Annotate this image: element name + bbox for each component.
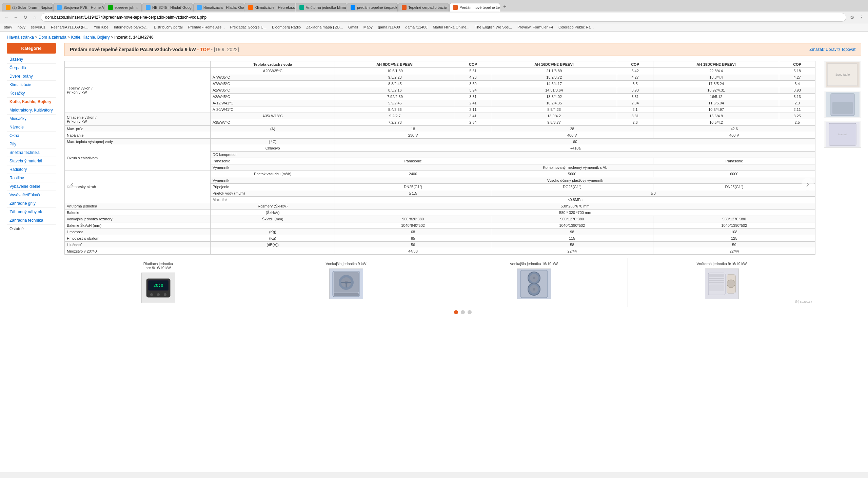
dot-1[interactable] [454, 310, 458, 314]
control-unit-image[interactable]: 20:0 [141, 273, 175, 303]
bookmark-gama2[interactable]: gama r11400 [404, 24, 429, 30]
table-cell: Rozmery (ŠxHxV) [211, 203, 335, 210]
table-cell: Vnútorná jednotka [65, 203, 211, 210]
tab-9[interactable]: Tepelné cerpadlo bazár - Dom... × [398, 3, 449, 12]
svg-point-23 [533, 288, 535, 291]
back-button[interactable]: ← [3, 14, 10, 21]
table-cell: A-20/W41°C [211, 106, 335, 113]
table-cell: Balenie [65, 210, 211, 216]
carousel-next[interactable]: › [802, 178, 814, 190]
sidebar-item-malotraktory[interactable]: Malotraktory, Kultivátory [7, 106, 56, 115]
tab-2[interactable]: Strojovna FVE - Home Assistan... × [53, 3, 104, 12]
indoor-image[interactable] [705, 268, 739, 299]
sidebar-item-kotle[interactable]: Kotle, Kachle, Bojlery [7, 98, 56, 106]
breadcrumb-home[interactable]: Hlavná stránka [7, 35, 34, 40]
tab-6[interactable]: Klimatizácie - Heureka.sk × [244, 3, 295, 12]
sidebar-item-dvere[interactable]: Dvere, brány [7, 72, 56, 81]
outdoor-16-image[interactable] [517, 268, 551, 299]
bookmark-bloomberg[interactable]: Bloomberg Radio [271, 24, 302, 30]
table-row: Kúrenársky okruh Prietok vzduchu (m³/h) … [65, 171, 815, 177]
breadcrumb-current: Inzerát č. 141942740 [114, 35, 153, 40]
table-cell: 2.34 [617, 100, 653, 106]
bookmark-english[interactable]: The English We Spe... [474, 24, 513, 30]
breadcrumb-dom[interactable]: Dom a záhrada [39, 35, 66, 40]
bookmark-prekladac[interactable]: Prekladač Google U... [229, 24, 268, 30]
tab-1[interactable]: (2) Solar fórum - Napísať odp... × [2, 3, 53, 12]
thumb-3[interactable]: Manual [824, 121, 861, 148]
bookmark-mapa[interactable]: Základná mapa | ZB... [305, 24, 344, 30]
home-button[interactable]: ⌂ [31, 14, 39, 21]
table-cell: 22/44 [653, 248, 815, 255]
menu-button[interactable]: ⋮ [858, 14, 865, 21]
tab-favicon-2 [57, 5, 62, 10]
sidebar-item-kosacky[interactable]: Kosačky [7, 89, 56, 98]
reload-button[interactable]: ↻ [22, 14, 29, 21]
bookmark-server01[interactable]: server01 [29, 24, 47, 30]
thumb-2[interactable] [824, 91, 861, 118]
tab-close-3[interactable]: × [136, 6, 138, 9]
bookmark-prehled[interactable]: Prehľad - Home Ass... [187, 24, 226, 30]
extensions-button[interactable]: ⚙ [848, 14, 856, 21]
table-cell: 5.42 [617, 68, 653, 74]
tab-8[interactable]: predám tepelné čerpadlo - Hi... × [347, 3, 398, 12]
tab-4[interactable]: NE-8245 - Hladať Googlom × [142, 3, 193, 12]
svg-point-4 [150, 293, 153, 296]
sidebar-item-vysavace[interactable]: Vysávače/Fúkače [7, 191, 56, 199]
table-cell: 1040*1390*502 [491, 222, 653, 229]
dot-3[interactable] [468, 310, 472, 314]
table-row: Vonkajšia jednotka rozmery ŠxVxH (mm) 96… [65, 216, 815, 222]
tab-5[interactable]: klimatizácia - Hladať Googlom × [193, 3, 244, 12]
new-tab-button[interactable]: + [500, 2, 509, 12]
sidebar-item-klimatizacie[interactable]: Klimatizácie [7, 81, 56, 89]
bookmark-banking[interactable]: Internetové bankov... [113, 24, 150, 30]
tab-label-7: Vnútorná jednotka klimatizác... [306, 5, 347, 9]
sidebar-item-naradie[interactable]: Náradie [7, 123, 56, 132]
table-cell: 15.9/3.72 [491, 74, 617, 81]
table-cell: ( °C) [211, 139, 335, 145]
sidebar-item-pily[interactable]: Píly [7, 140, 56, 148]
tab-10[interactable]: Predám nové tepelné čerpadlo... × [449, 3, 500, 12]
browser-chrome: (2) Solar fórum - Napísať odp... × Stroj… [0, 0, 868, 32]
bookmark-colorado[interactable]: Colorado Public Ra... [557, 24, 595, 30]
bookmark-stary[interactable]: starý [3, 24, 14, 30]
bookmark-novy[interactable]: nový [16, 24, 27, 30]
table-cell: 960*820*380 [335, 216, 491, 222]
bookmark-distrib[interactable]: Distribučný portál [153, 24, 184, 30]
breadcrumb-kotle[interactable]: Kotle, Kachle, Bojlery [71, 35, 110, 40]
bookmark-gmail[interactable]: Gmail [347, 24, 359, 30]
bookmark-mapy[interactable]: Mapy [362, 24, 374, 30]
address-bar[interactable] [41, 13, 846, 22]
forward-button[interactable]: → [12, 14, 20, 21]
sidebar-item-cerpadla[interactable]: Čerpadlá [7, 64, 56, 72]
dot-2[interactable] [461, 310, 465, 314]
sidebar-item-ostatne[interactable]: Ostatné [7, 225, 56, 233]
bookmark-gama1[interactable]: gama r11400 [377, 24, 401, 30]
sidebar-item-grily[interactable]: Záhradné grily [7, 199, 56, 208]
carousel-prev[interactable]: ‹ [66, 178, 78, 190]
listing-actions[interactable]: Zmazať/ Upraviť/ Topovať [809, 47, 856, 52]
sidebar-item-snezna[interactable]: Snežná technika [7, 148, 56, 157]
tab-7[interactable]: Vnútorná jednotka klimatizác... × [296, 3, 347, 12]
bookmark-reshare[interactable]: ReshareA r11069 (Fi... [50, 24, 90, 30]
sidebar: Kategórie Bazény Čerpadlá Dvere, brány K… [7, 43, 61, 318]
bookmark-martin[interactable]: Martin Hlinka Online... [431, 24, 471, 30]
table-cell: 580 * 320 *700 mm [335, 210, 815, 216]
sidebar-item-vybavenie[interactable]: Vybavenie dielne [7, 182, 56, 191]
spec-table: Teplota vzduch / voda AH-9DCF/N2-BPEEVI … [64, 61, 815, 255]
outdoor-9-image[interactable] [329, 268, 363, 299]
bookmark-youtube[interactable]: YouTube [93, 24, 110, 30]
sidebar-item-rastliny[interactable]: Rastliny [7, 174, 56, 182]
col-name [65, 61, 211, 68]
thumb-1[interactable]: Spec table [824, 61, 861, 88]
sidebar-item-stavebny[interactable]: Stavebný materiál [7, 157, 56, 165]
table-cell: 60 [335, 139, 815, 145]
sidebar-item-miesacky[interactable]: Miešačky [7, 115, 56, 123]
sidebar-item-nabytok[interactable]: Záhradný nábytok [7, 208, 56, 216]
table-cell: ŠxVxH (mm) [211, 216, 335, 222]
tab-3[interactable]: epeever-juh × [104, 3, 142, 12]
sidebar-item-technika[interactable]: Záhradná technika [7, 216, 56, 225]
sidebar-item-radiatory[interactable]: Radiátory [7, 165, 56, 174]
sidebar-item-okna[interactable]: Okná [7, 132, 56, 140]
bookmark-formuler[interactable]: Preview: Formuler F4 [516, 24, 554, 30]
sidebar-item-bazeny[interactable]: Bazény [7, 55, 56, 64]
